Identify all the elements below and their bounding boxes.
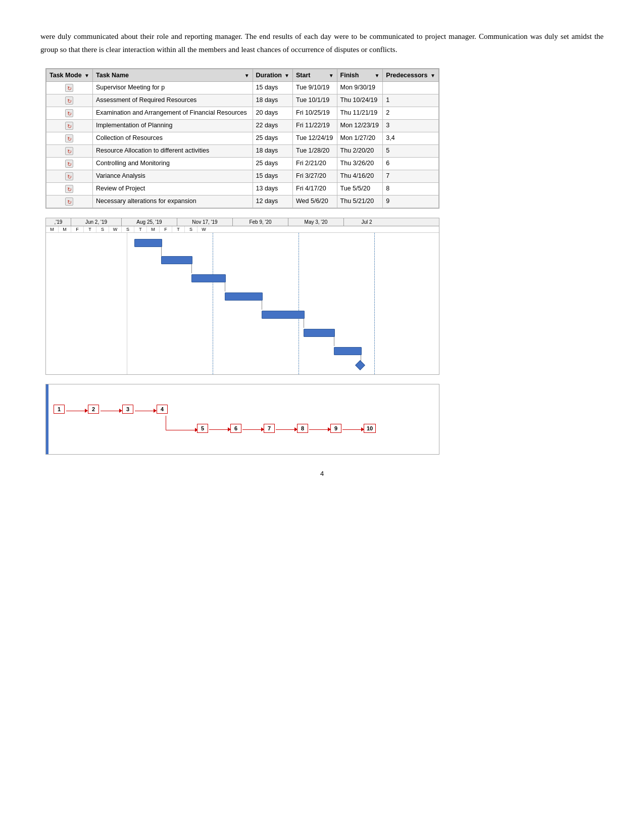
day-F1: F: [71, 226, 84, 232]
network-node-3: 3: [122, 405, 133, 414]
body-paragraph: were duly communicated about their role …: [40, 30, 604, 56]
task-finish-cell: Thu 11/21/19: [337, 107, 383, 120]
connector-5-6: [304, 319, 304, 328]
day-M1: M: [46, 226, 59, 232]
gantt-bar-6: [304, 329, 335, 337]
task-name-cell: Collection of Resources: [92, 132, 253, 145]
table-row: ↻Review of Project13 daysFri 4/17/20Tue …: [46, 183, 439, 195]
vline-1: [127, 233, 127, 374]
table-row: ↻Examination and Arrangement of Financia…: [46, 107, 439, 120]
start-dropdown-arrow[interactable]: ▼: [329, 73, 334, 78]
task-predecessors-cell: 7: [383, 170, 439, 183]
task-mode-dropdown-arrow[interactable]: ▼: [84, 73, 89, 78]
task-finish-cell: Tue 5/5/20: [337, 183, 383, 195]
task-name-cell: Review of Project: [92, 183, 253, 195]
task-mode-cell: ↻: [46, 183, 93, 195]
task-predecessors-cell: 3,4: [383, 132, 439, 145]
task-name-cell: Examination and Arrangement of Financial…: [92, 107, 253, 120]
day-W1: W: [109, 226, 122, 232]
finish-dropdown-arrow[interactable]: ▼: [374, 73, 379, 78]
task-mode-cell: ↻: [46, 107, 93, 120]
task-mode-cell: ↻: [46, 158, 93, 170]
col-finish[interactable]: Finish ▼: [337, 69, 383, 82]
gantt-bar-3: [191, 274, 226, 282]
vert-connector-4-5: [166, 416, 166, 430]
task-predecessors-cell: 5: [383, 145, 439, 158]
network-node-8: 8: [297, 424, 308, 433]
task-start-cell: Wed 5/6/20: [293, 195, 337, 208]
task-name-cell: Assessment of Required Resources: [92, 94, 253, 107]
task-mode-cell: ↻: [46, 82, 93, 94]
table-row: ↻Controlling and Monitoring25 daysFri 2/…: [46, 158, 439, 170]
timeline-label-1: ,'19: [46, 218, 71, 226]
task-duration-cell: 18 days: [253, 94, 292, 107]
task-start-cell: Fri 2/21/20: [293, 158, 337, 170]
gantt-bar-1: [134, 239, 162, 247]
milestone-indicator: [355, 360, 365, 370]
network-node-9: 9: [330, 424, 341, 433]
timeline-label-3: Aug 25, '19: [122, 218, 177, 226]
task-finish-cell: Mon 12/23/19: [337, 120, 383, 132]
task-mode-cell: ↻: [46, 195, 93, 208]
col-duration[interactable]: Duration ▼: [253, 69, 292, 82]
task-start-cell: Fri 4/17/20: [293, 183, 337, 195]
task-duration-cell: 25 days: [253, 132, 292, 145]
task-start-cell: Tue 9/10/19: [293, 82, 337, 94]
arrow-5-6: [209, 429, 230, 430]
task-mode-icon: ↻: [65, 96, 73, 105]
col-task-name[interactable]: Task Name ▼: [92, 69, 253, 82]
task-finish-cell: Mon 1/27/20: [337, 132, 383, 145]
task-duration-cell: 13 days: [253, 183, 292, 195]
connector-3-4: [225, 282, 225, 291]
task-finish-cell: Thu 10/24/19: [337, 94, 383, 107]
timeline-label-4: Nov 17, '19: [177, 218, 233, 226]
task-mode-cell: ↻: [46, 145, 93, 158]
network-node-10: 10: [364, 424, 376, 433]
task-duration-cell: 18 days: [253, 145, 292, 158]
day-S2: S: [122, 226, 134, 232]
gantt-bar-4: [225, 292, 263, 301]
task-predecessors-cell: 2: [383, 107, 439, 120]
connector-1-2: [161, 247, 162, 256]
col-start[interactable]: Start ▼: [293, 69, 337, 82]
duration-dropdown-arrow[interactable]: ▼: [284, 73, 289, 78]
table-row: ↻Supervisor Meeting for p15 daysTue 9/10…: [46, 82, 439, 94]
arrow-3-4: [135, 411, 156, 411]
predecessors-dropdown-arrow[interactable]: ▼: [430, 73, 435, 78]
task-mode-cell: ↻: [46, 132, 93, 145]
task-name-cell: Necessary alterations for expansion: [92, 195, 253, 208]
horiz-connector-4-5: [166, 430, 197, 430]
task-name-cell: Implementation of Planning: [92, 120, 253, 132]
table-row: ↻Assessment of Required Resources18 days…: [46, 94, 439, 107]
task-duration-cell: 12 days: [253, 195, 292, 208]
task-mode-icon: ↻: [65, 198, 73, 206]
task-mode-icon: ↻: [65, 147, 73, 155]
task-finish-cell: Mon 9/30/19: [337, 82, 383, 94]
table-row: ↻Necessary alterations for expansion12 d…: [46, 195, 439, 208]
task-name-cell: Variance Analysis: [92, 170, 253, 183]
day-S3: S: [185, 226, 197, 232]
table-row: ↻Implementation of Planning22 daysFri 11…: [46, 120, 439, 132]
day-T3: T: [172, 226, 185, 232]
timeline-label-2: Jun 2, '19: [71, 218, 122, 226]
task-finish-cell: Thu 5/21/20: [337, 195, 383, 208]
task-predecessors-cell: 1: [383, 94, 439, 107]
task-predecessors-cell: 3: [383, 120, 439, 132]
task-duration-cell: 20 days: [253, 107, 292, 120]
task-mode-icon: ↻: [65, 160, 73, 168]
network-node-4: 4: [157, 405, 168, 414]
task-mode-cell: ↻: [46, 120, 93, 132]
col-predecessors[interactable]: Predecessors ▼: [383, 69, 439, 82]
task-mode-cell: ↻: [46, 94, 93, 107]
task-mode-cell: ↻: [46, 170, 93, 183]
timeline-label-5: Feb 9, '20: [233, 218, 288, 226]
arrow-7-8: [276, 429, 297, 430]
col-task-mode[interactable]: Task Mode ▼: [46, 69, 93, 82]
day-T2: T: [134, 226, 147, 232]
task-start-cell: Tue 10/1/19: [293, 94, 337, 107]
task-duration-cell: 22 days: [253, 120, 292, 132]
timeline-label-7: Jul 2: [344, 218, 389, 226]
task-name-dropdown-arrow[interactable]: ▼: [244, 73, 250, 78]
gantt-table-wrapper: Task Mode ▼ Task Name ▼ Duration ▼ Start…: [45, 68, 439, 209]
task-name-cell: Controlling and Monitoring: [92, 158, 253, 170]
